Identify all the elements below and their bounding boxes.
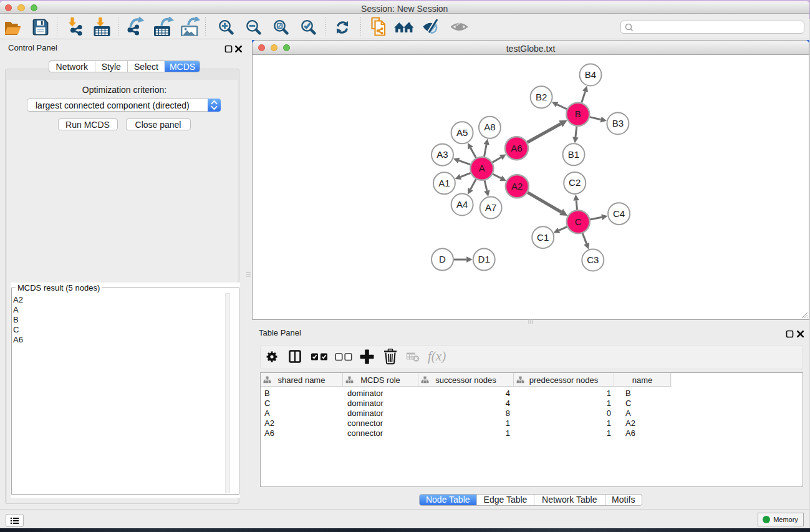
- svg-text:B1: B1: [568, 149, 579, 160]
- svg-text:C1: C1: [537, 232, 549, 243]
- svg-text:A3: A3: [436, 149, 448, 160]
- svg-text:A8: A8: [484, 122, 495, 132]
- svg-text:A4: A4: [456, 199, 468, 210]
- svg-text:A1: A1: [438, 178, 450, 188]
- svg-text:A6: A6: [511, 143, 522, 153]
- svg-text:A2: A2: [511, 181, 523, 191]
- svg-text:D1: D1: [478, 254, 490, 264]
- svg-text:C: C: [575, 216, 582, 227]
- svg-text:C3: C3: [587, 254, 599, 265]
- svg-text:C4: C4: [613, 208, 625, 219]
- svg-text:B: B: [575, 109, 581, 119]
- svg-text:B3: B3: [612, 118, 624, 128]
- svg-text:A: A: [479, 163, 485, 173]
- svg-text:A7: A7: [485, 202, 496, 213]
- svg-text:A5: A5: [456, 127, 468, 138]
- svg-text:B4: B4: [585, 69, 596, 80]
- svg-text:D: D: [439, 254, 446, 264]
- svg-text:C2: C2: [569, 177, 581, 188]
- svg-text:B2: B2: [536, 92, 547, 102]
